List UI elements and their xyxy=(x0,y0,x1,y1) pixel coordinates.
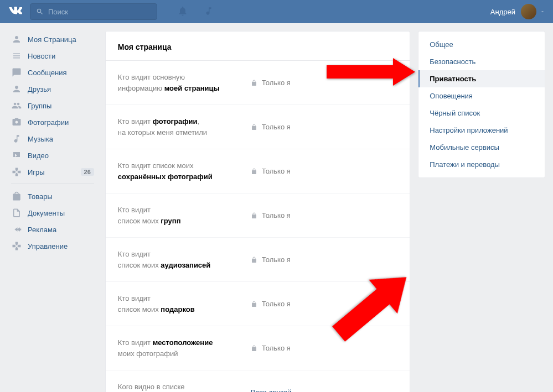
page-title: Моя страница xyxy=(106,32,410,61)
settings-tab[interactable]: Настройки приложений xyxy=(418,122,545,139)
lock-icon xyxy=(251,257,257,263)
sidebar-item[interactable]: Новости xyxy=(8,48,97,64)
setting-label: Кто видитсписок моих подарков xyxy=(118,293,251,315)
sidebar-item[interactable]: Товары xyxy=(8,188,97,205)
setting-label: Кто видитсписок моих аудиозаписей xyxy=(118,249,251,270)
settings-tabs: ОбщееБезопасностьПриватностьОповещенияЧё… xyxy=(418,31,545,178)
search-input[interactable] xyxy=(48,8,151,16)
setting-value[interactable]: Только я xyxy=(251,205,291,226)
nav-icon xyxy=(11,83,22,95)
sidebar-item-label: Игры xyxy=(28,168,45,176)
settings-tab[interactable]: Оповещения xyxy=(418,87,545,104)
nav-icon xyxy=(11,191,22,202)
nav-icon xyxy=(11,67,22,78)
sidebar-item[interactable]: Реклама xyxy=(8,221,97,238)
setting-value[interactable]: Только я xyxy=(251,116,291,138)
settings-tab[interactable]: Безопасность xyxy=(418,53,545,70)
sidebar-item-label: Моя Страница xyxy=(28,35,76,44)
left-sidebar: Моя СтраницаНовостиСообщенияДрузьяГруппы… xyxy=(8,31,97,254)
privacy-row: Кто видитсписок моих аудиозаписейТолько … xyxy=(106,238,410,282)
setting-value[interactable]: Только я xyxy=(251,293,291,315)
lock-icon xyxy=(251,124,257,130)
lock-icon xyxy=(251,345,257,352)
settings-tab[interactable]: Приватность xyxy=(418,70,545,87)
avatar xyxy=(521,4,536,19)
settings-tab[interactable]: Чёрный список xyxy=(418,104,545,122)
sidebar-item[interactable]: Музыка xyxy=(8,130,97,147)
setting-value[interactable]: Только я xyxy=(251,249,291,270)
privacy-row: Кого видно в спискемоих друзей и подписо… xyxy=(106,370,410,392)
sidebar-item-label: Новости xyxy=(28,52,55,60)
top-header: Андрей xyxy=(0,0,553,23)
user-menu[interactable]: Андрей xyxy=(490,4,545,19)
sidebar-item-label: Друзья xyxy=(28,85,51,93)
setting-label: Кто видит список моихсохранённых фотогра… xyxy=(118,160,251,182)
settings-tab[interactable]: Общее xyxy=(418,36,545,53)
sidebar-item[interactable]: Управление xyxy=(8,238,97,254)
badge: 26 xyxy=(81,168,94,176)
setting-label: Кто видитсписок моих групп xyxy=(118,205,251,226)
setting-label: Кто видит местоположениемоих фотографий xyxy=(118,337,251,359)
setting-label: Кто видит фотографии,на которых меня отм… xyxy=(118,116,251,138)
search-icon xyxy=(36,8,44,15)
setting-value[interactable]: Только я xyxy=(251,337,291,359)
nav-icon xyxy=(11,224,22,235)
setting-value[interactable]: Только я xyxy=(251,72,291,93)
setting-value[interactable]: Только я xyxy=(251,160,291,182)
sidebar-item-label: Товары xyxy=(28,192,53,201)
setting-label: Кого видно в спискемоих друзей и подписо… xyxy=(118,381,251,392)
main-panel: Моя страница Кто видит основнуюинформаци… xyxy=(105,31,410,392)
sidebar-item-label: Документы xyxy=(28,209,65,217)
sidebar-item[interactable]: Фотографии xyxy=(8,114,97,130)
nav-icon xyxy=(11,150,22,161)
nav-icon xyxy=(11,133,22,144)
privacy-row: Кто видитсписок моих подарковТолько я xyxy=(106,282,410,326)
nav-icon xyxy=(11,166,22,177)
sidebar-item-label: Музыка xyxy=(28,135,53,143)
privacy-row: Кто видитсписок моих группТолько я xyxy=(106,194,410,238)
sidebar-item[interactable]: Игры26 xyxy=(8,164,97,180)
lock-icon xyxy=(251,212,257,219)
music-icon[interactable] xyxy=(204,6,214,18)
nav-icon xyxy=(11,50,22,61)
sidebar-separator xyxy=(11,184,94,188)
privacy-row: Кто видит основнуюинформацию моей страни… xyxy=(106,61,410,105)
nav-icon xyxy=(11,207,22,218)
sidebar-item[interactable]: Группы xyxy=(8,97,97,114)
sidebar-item[interactable]: Моя Страница xyxy=(8,31,97,48)
sidebar-item-label: Фотографии xyxy=(28,118,69,127)
setting-value[interactable]: Всех друзей xyxy=(251,381,292,392)
lock-icon xyxy=(251,80,257,86)
notifications-icon[interactable] xyxy=(177,6,188,18)
vk-logo[interactable] xyxy=(8,4,23,19)
privacy-row: Кто видит список моихсохранённых фотогра… xyxy=(106,149,410,194)
nav-icon xyxy=(11,34,22,45)
sidebar-item-label: Сообщения xyxy=(28,69,67,77)
username: Андрей xyxy=(490,8,515,16)
sidebar-item[interactable]: Документы xyxy=(8,205,97,221)
sidebar-item-label: Группы xyxy=(28,102,51,110)
chevron-down-icon xyxy=(540,8,545,16)
header-icons xyxy=(177,6,214,18)
settings-tab[interactable]: Платежи и переводы xyxy=(418,156,545,173)
sidebar-item-label: Реклама xyxy=(28,226,56,234)
nav-icon xyxy=(11,100,22,111)
search-box[interactable] xyxy=(30,3,157,20)
lock-icon xyxy=(251,168,257,175)
sidebar-item[interactable]: Сообщения xyxy=(8,64,97,81)
nav-icon xyxy=(11,117,22,128)
nav-icon xyxy=(11,241,22,252)
sidebar-item-label: Управление xyxy=(28,242,68,250)
setting-label: Кто видит основнуюинформацию моей страни… xyxy=(118,72,251,93)
lock-icon xyxy=(251,301,257,307)
sidebar-item[interactable]: Друзья xyxy=(8,81,97,97)
privacy-row: Кто видит фотографии,на которых меня отм… xyxy=(106,105,410,149)
sidebar-item[interactable]: Видео xyxy=(8,147,97,164)
settings-tab[interactable]: Мобильные сервисы xyxy=(418,139,545,156)
sidebar-item-label: Видео xyxy=(28,151,49,160)
privacy-row: Кто видит местоположениемоих фотографийТ… xyxy=(106,326,410,370)
